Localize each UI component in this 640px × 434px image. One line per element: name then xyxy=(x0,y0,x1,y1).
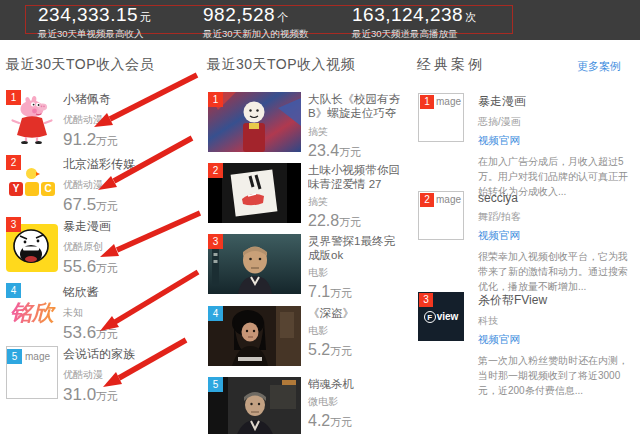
member-name: 暴走漫画 xyxy=(63,218,118,235)
stat-new-videos: 982,528个 最近30天新加入的视频数 xyxy=(203,4,309,41)
rank-badge: 1 xyxy=(208,92,223,107)
video-income: 4.2万元 xyxy=(308,412,401,430)
case-category: 科技 xyxy=(478,314,635,328)
member-income: 67.5万元 xyxy=(63,195,135,215)
video-income: 22.8万元 xyxy=(308,212,401,230)
member-name: 北京溢彩传媒 xyxy=(63,156,135,173)
case-name: secciya xyxy=(478,191,635,205)
rank-badge: 2 xyxy=(6,155,21,170)
more-cases-link[interactable]: 更多案例 xyxy=(577,59,621,74)
stat-value: 163,124,238 xyxy=(352,4,463,25)
classic-cases-section: 经典案例 更多案例 1 mage 暴走漫画 恶搞/漫画 视频官网 在加入广告分成… xyxy=(417,56,635,434)
chick-icon xyxy=(26,168,37,179)
video-row-4[interactable]: 4 《深盗》 电影 5.2万元 xyxy=(207,306,402,368)
video-title: 土味小视频带你回味青涩爱情 27 xyxy=(308,163,401,191)
stat-caption: 最近30天单视频最高收入 xyxy=(38,28,151,41)
video-category: 电影 xyxy=(308,324,401,338)
member-row-3[interactable]: 3 暴走漫画 优酷原创 55.6万元 xyxy=(6,217,202,275)
member-row-4[interactable]: 4 铭欣 铭欣酱 未知 53.6万元 xyxy=(6,283,202,341)
rank-badge: 3 xyxy=(6,217,21,232)
broken-image: 2 mage xyxy=(418,191,464,240)
member-category: 优酷动漫 xyxy=(63,178,135,192)
member-name: 铭欣酱 xyxy=(63,284,118,301)
rank-badge: 1 xyxy=(6,90,21,105)
video-category: 电影 xyxy=(308,266,401,280)
case-description: 很荣幸加入视频创收平台，它为我带来了新的激情和动力。通过搜索优化，播放量不断增加… xyxy=(478,249,635,294)
stat-caption: 最近30天新加入的视频数 xyxy=(203,28,309,41)
video-income: 23.4万元 xyxy=(308,142,401,160)
rank-badge: 4 xyxy=(208,306,223,321)
member-category: 优酷动漫 xyxy=(63,368,135,382)
member-income: 53.6万元 xyxy=(63,323,118,343)
stat-unit: 个 xyxy=(277,11,288,23)
rank-badge: 3 xyxy=(419,293,433,307)
video-category: 微电影 xyxy=(308,395,401,409)
rank-badge: 3 xyxy=(208,234,223,249)
video-income: 7.1万元 xyxy=(308,283,401,301)
video-title: 销魂杀机 xyxy=(308,377,401,391)
video-category: 搞笑 xyxy=(308,195,401,209)
top-videos-section: 最近30天TOP收入视频 1 xyxy=(207,56,402,434)
stat-value: 234,333.15 xyxy=(38,4,138,25)
member-row-5[interactable]: mage 5 会说话的家族 优酷动漫 31.0万元 xyxy=(6,343,202,401)
member-row-2[interactable]: 2 Y C 北京溢彩传媒 优酷动漫 67.5万元 xyxy=(6,155,202,213)
video-title: 大队长《校园有夯B》螺旋走位巧夺助学金... xyxy=(308,92,401,121)
case-name: 杀价帮FView xyxy=(478,292,635,309)
stats-banner: 234,333.15元 最近30天单视频最高收入 982,528个 最近30天新… xyxy=(0,0,640,40)
stat-top-video-income: 234,333.15元 最近30天单视频最高收入 xyxy=(38,4,151,41)
rank-badge: 2 xyxy=(420,193,434,207)
member-income: 91.2万元 xyxy=(63,130,118,150)
member-name: 会说话的家族 xyxy=(63,346,135,363)
member-name: 小猪佩奇 xyxy=(63,91,118,108)
section-title-members: 最近30天TOP收入会员 xyxy=(6,56,202,74)
page: 234,333.15元 最近30天单视频最高收入 982,528个 最近30天新… xyxy=(0,0,640,434)
case-category: 舞蹈/拍客 xyxy=(478,210,635,224)
member-income: 55.6万元 xyxy=(63,257,118,277)
member-row-1[interactable]: 1 xyxy=(6,90,202,148)
member-category: 优酷动漫 xyxy=(63,113,118,127)
stat-caption: 最近30天频道最高播放量 xyxy=(352,28,476,41)
top-members-section: 最近30天TOP收入会员 1 xyxy=(6,56,202,434)
case-name: 暴走漫画 xyxy=(478,93,635,110)
video-income: 5.2万元 xyxy=(308,341,401,359)
rank-badge: 2 xyxy=(208,163,223,178)
stat-unit: 次 xyxy=(465,11,476,23)
section-title-videos: 最近30天TOP收入视频 xyxy=(207,56,402,74)
video-row-5[interactable]: 5 销魂杀机 微电影 4.2万元 xyxy=(207,377,402,434)
broken-image: 1 mage xyxy=(418,93,464,142)
fview-logo: 3 Fview xyxy=(418,292,464,341)
video-row-1[interactable]: 1 大队长《校园有夯B》螺旋走位巧夺助学金... 搞笑 23.4万元 xyxy=(207,92,402,154)
video-row-2[interactable]: 2 土味小视频带你回味青涩爱情 27 搞笑 22.8万元 xyxy=(207,163,402,225)
stat-unit: 元 xyxy=(140,11,151,23)
video-category: 搞笑 xyxy=(308,125,401,139)
rank-badge: 5 xyxy=(208,377,223,392)
stat-value: 982,528 xyxy=(203,4,275,25)
broken-image-alt: mage xyxy=(436,96,461,107)
official-site-link[interactable]: 视频官网 xyxy=(478,134,635,148)
case-category: 恶搞/漫画 xyxy=(478,115,635,129)
stat-channel-plays: 163,124,238次 最近30天频道最高播放量 xyxy=(352,4,476,41)
rank-badge: 4 xyxy=(6,283,21,298)
broken-image-alt: mage xyxy=(25,351,50,362)
case-description: 第一次加入粉丝赞助时还在内测，当时那一期视频收到了将近3000元，近200条付费… xyxy=(478,353,635,398)
rank-badge: 1 xyxy=(420,95,434,109)
official-site-link[interactable]: 视频官网 xyxy=(478,229,635,243)
video-row-3[interactable]: 3 灵界警探1最终完成版ok 电影 7.1万元 xyxy=(207,234,402,296)
video-title: 灵界警探1最终完成版ok xyxy=(308,234,401,262)
official-site-link[interactable]: 视频官网 xyxy=(478,333,635,347)
member-category: 优酷原创 xyxy=(63,240,118,254)
video-title: 《深盗》 xyxy=(308,306,401,320)
broken-image-alt: mage xyxy=(436,194,461,205)
rank-badge: 5 xyxy=(7,349,22,364)
member-category: 未知 xyxy=(63,306,118,320)
member-income: 31.0万元 xyxy=(63,385,135,405)
